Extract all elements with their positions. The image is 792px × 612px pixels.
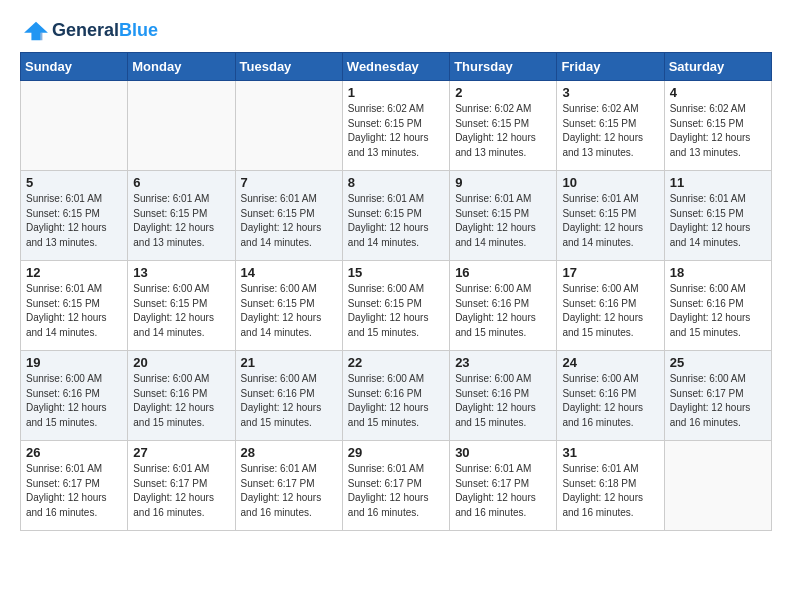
day-number: 23 xyxy=(455,355,551,370)
day-number: 30 xyxy=(455,445,551,460)
weekday-header-thursday: Thursday xyxy=(450,53,557,81)
calendar-day-cell: 11Sunrise: 6:01 AM Sunset: 6:15 PM Dayli… xyxy=(664,171,771,261)
day-info: Sunrise: 6:01 AM Sunset: 6:15 PM Dayligh… xyxy=(670,192,766,250)
weekday-header-monday: Monday xyxy=(128,53,235,81)
weekday-header-sunday: Sunday xyxy=(21,53,128,81)
calendar-day-cell xyxy=(128,81,235,171)
day-number: 8 xyxy=(348,175,444,190)
logo: GeneralBlue xyxy=(20,20,158,42)
day-info: Sunrise: 6:02 AM Sunset: 6:15 PM Dayligh… xyxy=(348,102,444,160)
day-info: Sunrise: 6:00 AM Sunset: 6:16 PM Dayligh… xyxy=(133,372,229,430)
calendar-day-cell: 5Sunrise: 6:01 AM Sunset: 6:15 PM Daylig… xyxy=(21,171,128,261)
calendar-day-cell: 25Sunrise: 6:00 AM Sunset: 6:17 PM Dayli… xyxy=(664,351,771,441)
calendar-day-cell: 3Sunrise: 6:02 AM Sunset: 6:15 PM Daylig… xyxy=(557,81,664,171)
logo-icon xyxy=(22,20,50,42)
day-number: 16 xyxy=(455,265,551,280)
day-info: Sunrise: 6:01 AM Sunset: 6:17 PM Dayligh… xyxy=(455,462,551,520)
calendar-day-cell: 31Sunrise: 6:01 AM Sunset: 6:18 PM Dayli… xyxy=(557,441,664,531)
calendar-day-cell: 20Sunrise: 6:00 AM Sunset: 6:16 PM Dayli… xyxy=(128,351,235,441)
calendar-day-cell xyxy=(664,441,771,531)
day-number: 26 xyxy=(26,445,122,460)
calendar-day-cell: 16Sunrise: 6:00 AM Sunset: 6:16 PM Dayli… xyxy=(450,261,557,351)
calendar-day-cell: 27Sunrise: 6:01 AM Sunset: 6:17 PM Dayli… xyxy=(128,441,235,531)
day-info: Sunrise: 6:01 AM Sunset: 6:15 PM Dayligh… xyxy=(241,192,337,250)
day-number: 28 xyxy=(241,445,337,460)
calendar-day-cell: 7Sunrise: 6:01 AM Sunset: 6:15 PM Daylig… xyxy=(235,171,342,261)
day-number: 12 xyxy=(26,265,122,280)
day-info: Sunrise: 6:00 AM Sunset: 6:16 PM Dayligh… xyxy=(348,372,444,430)
calendar-day-cell: 4Sunrise: 6:02 AM Sunset: 6:15 PM Daylig… xyxy=(664,81,771,171)
calendar-day-cell xyxy=(235,81,342,171)
calendar-day-cell: 17Sunrise: 6:00 AM Sunset: 6:16 PM Dayli… xyxy=(557,261,664,351)
day-info: Sunrise: 6:00 AM Sunset: 6:15 PM Dayligh… xyxy=(348,282,444,340)
calendar-day-cell: 18Sunrise: 6:00 AM Sunset: 6:16 PM Dayli… xyxy=(664,261,771,351)
calendar-week-row: 5Sunrise: 6:01 AM Sunset: 6:15 PM Daylig… xyxy=(21,171,772,261)
weekday-header-row: SundayMondayTuesdayWednesdayThursdayFrid… xyxy=(21,53,772,81)
day-number: 2 xyxy=(455,85,551,100)
day-number: 9 xyxy=(455,175,551,190)
calendar-day-cell: 10Sunrise: 6:01 AM Sunset: 6:15 PM Dayli… xyxy=(557,171,664,261)
day-number: 1 xyxy=(348,85,444,100)
day-info: Sunrise: 6:01 AM Sunset: 6:15 PM Dayligh… xyxy=(133,192,229,250)
calendar-day-cell: 28Sunrise: 6:01 AM Sunset: 6:17 PM Dayli… xyxy=(235,441,342,531)
day-number: 19 xyxy=(26,355,122,370)
calendar-day-cell: 8Sunrise: 6:01 AM Sunset: 6:15 PM Daylig… xyxy=(342,171,449,261)
weekday-header-saturday: Saturday xyxy=(664,53,771,81)
calendar-day-cell: 21Sunrise: 6:00 AM Sunset: 6:16 PM Dayli… xyxy=(235,351,342,441)
day-number: 21 xyxy=(241,355,337,370)
day-number: 5 xyxy=(26,175,122,190)
calendar-week-row: 26Sunrise: 6:01 AM Sunset: 6:17 PM Dayli… xyxy=(21,441,772,531)
calendar-day-cell: 26Sunrise: 6:01 AM Sunset: 6:17 PM Dayli… xyxy=(21,441,128,531)
day-info: Sunrise: 6:01 AM Sunset: 6:17 PM Dayligh… xyxy=(133,462,229,520)
day-number: 14 xyxy=(241,265,337,280)
day-number: 3 xyxy=(562,85,658,100)
day-number: 11 xyxy=(670,175,766,190)
page-header: GeneralBlue xyxy=(20,20,772,42)
logo-text: GeneralBlue xyxy=(52,21,158,41)
calendar-week-row: 19Sunrise: 6:00 AM Sunset: 6:16 PM Dayli… xyxy=(21,351,772,441)
day-info: Sunrise: 6:01 AM Sunset: 6:18 PM Dayligh… xyxy=(562,462,658,520)
calendar-day-cell: 2Sunrise: 6:02 AM Sunset: 6:15 PM Daylig… xyxy=(450,81,557,171)
day-info: Sunrise: 6:01 AM Sunset: 6:17 PM Dayligh… xyxy=(241,462,337,520)
calendar-day-cell: 30Sunrise: 6:01 AM Sunset: 6:17 PM Dayli… xyxy=(450,441,557,531)
calendar-day-cell: 6Sunrise: 6:01 AM Sunset: 6:15 PM Daylig… xyxy=(128,171,235,261)
day-info: Sunrise: 6:01 AM Sunset: 6:15 PM Dayligh… xyxy=(26,282,122,340)
weekday-header-wednesday: Wednesday xyxy=(342,53,449,81)
day-number: 29 xyxy=(348,445,444,460)
day-info: Sunrise: 6:00 AM Sunset: 6:16 PM Dayligh… xyxy=(26,372,122,430)
calendar-day-cell: 15Sunrise: 6:00 AM Sunset: 6:15 PM Dayli… xyxy=(342,261,449,351)
day-info: Sunrise: 6:00 AM Sunset: 6:15 PM Dayligh… xyxy=(133,282,229,340)
calendar-day-cell: 14Sunrise: 6:00 AM Sunset: 6:15 PM Dayli… xyxy=(235,261,342,351)
calendar-day-cell: 24Sunrise: 6:00 AM Sunset: 6:16 PM Dayli… xyxy=(557,351,664,441)
day-info: Sunrise: 6:02 AM Sunset: 6:15 PM Dayligh… xyxy=(455,102,551,160)
day-info: Sunrise: 6:01 AM Sunset: 6:15 PM Dayligh… xyxy=(348,192,444,250)
day-info: Sunrise: 6:02 AM Sunset: 6:15 PM Dayligh… xyxy=(562,102,658,160)
day-number: 17 xyxy=(562,265,658,280)
day-number: 6 xyxy=(133,175,229,190)
calendar-day-cell: 13Sunrise: 6:00 AM Sunset: 6:15 PM Dayli… xyxy=(128,261,235,351)
day-number: 13 xyxy=(133,265,229,280)
day-info: Sunrise: 6:00 AM Sunset: 6:16 PM Dayligh… xyxy=(562,282,658,340)
calendar-day-cell: 12Sunrise: 6:01 AM Sunset: 6:15 PM Dayli… xyxy=(21,261,128,351)
calendar-day-cell xyxy=(21,81,128,171)
day-info: Sunrise: 6:00 AM Sunset: 6:16 PM Dayligh… xyxy=(670,282,766,340)
day-number: 25 xyxy=(670,355,766,370)
day-info: Sunrise: 6:00 AM Sunset: 6:16 PM Dayligh… xyxy=(455,372,551,430)
calendar-day-cell: 19Sunrise: 6:00 AM Sunset: 6:16 PM Dayli… xyxy=(21,351,128,441)
day-info: Sunrise: 6:02 AM Sunset: 6:15 PM Dayligh… xyxy=(670,102,766,160)
calendar-day-cell: 22Sunrise: 6:00 AM Sunset: 6:16 PM Dayli… xyxy=(342,351,449,441)
calendar-day-cell: 9Sunrise: 6:01 AM Sunset: 6:15 PM Daylig… xyxy=(450,171,557,261)
svg-marker-0 xyxy=(24,22,48,40)
day-info: Sunrise: 6:00 AM Sunset: 6:15 PM Dayligh… xyxy=(241,282,337,340)
day-number: 7 xyxy=(241,175,337,190)
day-info: Sunrise: 6:00 AM Sunset: 6:16 PM Dayligh… xyxy=(562,372,658,430)
day-info: Sunrise: 6:00 AM Sunset: 6:16 PM Dayligh… xyxy=(455,282,551,340)
calendar-day-cell: 23Sunrise: 6:00 AM Sunset: 6:16 PM Dayli… xyxy=(450,351,557,441)
day-number: 4 xyxy=(670,85,766,100)
day-number: 18 xyxy=(670,265,766,280)
day-info: Sunrise: 6:01 AM Sunset: 6:15 PM Dayligh… xyxy=(26,192,122,250)
day-number: 24 xyxy=(562,355,658,370)
day-info: Sunrise: 6:01 AM Sunset: 6:15 PM Dayligh… xyxy=(455,192,551,250)
day-number: 15 xyxy=(348,265,444,280)
day-number: 10 xyxy=(562,175,658,190)
